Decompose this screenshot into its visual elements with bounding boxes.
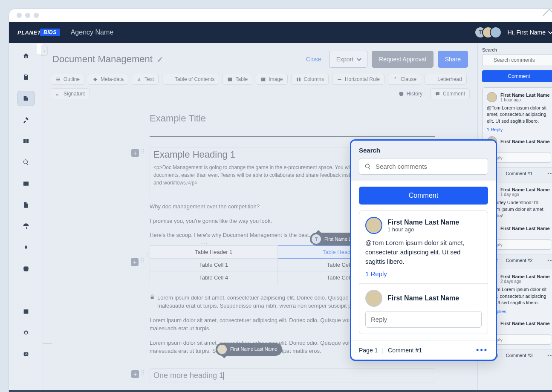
doc-title[interactable]: Example Title <box>150 113 435 124</box>
tool-letterhead[interactable]: Letterhead <box>425 74 466 85</box>
tool-outline[interactable]: Outline <box>51 74 84 85</box>
nav-search[interactable] <box>17 155 35 170</box>
browser-chrome <box>9 9 552 22</box>
more-icon[interactable]: ••• <box>476 346 488 355</box>
comment-body: @Tom Lorem ipsum dolor sit amet, consect… <box>365 238 482 266</box>
avatar <box>487 92 497 102</box>
share-button[interactable]: Share <box>438 51 468 68</box>
edit-icon[interactable] <box>157 56 163 63</box>
tool-clause[interactable]: Clause <box>388 74 421 85</box>
brand-right: BIDS <box>40 29 60 36</box>
nav-umbrella[interactable] <box>17 219 35 234</box>
agency-name: Agency Name <box>71 29 114 36</box>
reply-author: First Name Last Name <box>500 321 550 326</box>
avatar <box>365 217 382 234</box>
tool-columns[interactable]: Columns <box>291 74 329 85</box>
comment-author: First Name Last Name <box>500 187 550 192</box>
nav-contacts[interactable] <box>17 176 35 191</box>
tool-comment[interactable]: Comment <box>430 88 470 99</box>
page-header: Document Management Close Export Request… <box>43 43 477 74</box>
more-icon[interactable]: ••• <box>547 171 552 176</box>
sidebar-search-input[interactable] <box>482 54 552 66</box>
heading[interactable]: One more heading 1 <box>153 371 223 380</box>
meta-comment: Comment #2 <box>506 258 533 263</box>
tool-history[interactable]: History <box>394 88 427 99</box>
topbar: PLANET BIDS Agency Name T Hi, First Name <box>9 22 552 43</box>
page-title: Document Management <box>52 54 153 65</box>
presence-indicator: First Name Last Name <box>216 343 282 356</box>
tool-text[interactable]: Text <box>132 74 159 85</box>
export-button[interactable]: Export <box>329 51 367 68</box>
nav-settings[interactable] <box>17 325 35 340</box>
comment-author: First Name Last Name <box>387 219 459 226</box>
comment-author: First Name Last Name <box>500 274 550 279</box>
nav-save[interactable] <box>17 69 35 85</box>
request-approval-button[interactable]: Request Approval <box>372 51 434 68</box>
popup-comment-button[interactable]: Comment <box>359 187 488 205</box>
more-icon[interactable]: ••• <box>547 353 552 358</box>
editor-toolbar: Outline Meta-data Text Table of Contents… <box>43 74 477 104</box>
table-header[interactable]: Table Header 1 <box>150 245 278 258</box>
brand-logo[interactable]: PLANET BIDS <box>17 29 60 36</box>
nav-home[interactable] <box>17 48 35 63</box>
traffic-min[interactable] <box>25 13 30 18</box>
tool-metadata[interactable]: Meta-data <box>88 74 128 85</box>
user-menu[interactable]: Hi, First Name <box>508 29 552 36</box>
more-icon[interactable]: ••• <box>547 258 552 263</box>
nav-badge[interactable] <box>17 261 35 277</box>
tool-hrule[interactable]: Horizontal Rule <box>332 74 384 85</box>
block-handle[interactable]: + <box>131 258 144 266</box>
tool-toc[interactable]: Table of Contents <box>162 74 219 85</box>
nav-files[interactable] <box>17 197 35 213</box>
greeting: Hi, First Name <box>508 29 546 36</box>
comment-time: 1 day ago <box>500 192 550 197</box>
reply-author: First Name Last Name <box>500 226 550 231</box>
tool-table[interactable]: Table <box>223 74 252 85</box>
popup-search-field[interactable] <box>359 158 488 175</box>
nav-library[interactable] <box>17 133 35 149</box>
nav-vl[interactable]: VL <box>17 346 35 362</box>
reply-input[interactable] <box>365 311 482 328</box>
reply-link[interactable]: 1 Reply <box>365 270 482 277</box>
nav-reports[interactable] <box>17 282 35 298</box>
presence-stack[interactable]: T <box>479 26 502 38</box>
left-nav: › VL <box>9 43 43 390</box>
popup-search-input[interactable] <box>376 163 483 170</box>
tool-image[interactable]: Image <box>256 74 287 85</box>
block-handle[interactable]: + <box>131 149 144 157</box>
popup-comment-no: Comment #1 <box>388 347 422 354</box>
collab-cursor <box>43 343 52 343</box>
reply-author: First Name Last Name <box>387 294 459 302</box>
comment-body: @Tom Lorem ipsum dolor sit amet, consect… <box>487 105 551 124</box>
brand-left: PLANET <box>17 29 41 36</box>
table-cell[interactable]: Table Cell 1 <box>150 258 278 271</box>
nav-activity[interactable] <box>17 240 35 255</box>
popup-page: Page 1 <box>359 347 378 354</box>
nav-calendar[interactable] <box>17 304 35 319</box>
search-icon <box>364 163 371 170</box>
comment-time: 2 days ago <box>500 279 550 284</box>
close-button[interactable]: Close <box>303 56 325 63</box>
meta-comment: Comment #1 <box>506 171 533 176</box>
comment-time: 1 hour ago <box>387 226 459 233</box>
table-cell[interactable]: Table Cell 4 <box>150 271 278 284</box>
lock-icon <box>150 294 155 300</box>
reply-author: First Name Last Name <box>500 139 550 144</box>
nav-tools[interactable] <box>17 112 35 127</box>
block-handle[interactable]: + <box>131 370 144 378</box>
reply-link[interactable]: 1 Reply <box>487 127 551 132</box>
sidebar-search-label: Search <box>482 47 552 52</box>
traffic-close[interactable] <box>17 13 22 18</box>
traffic-max[interactable] <box>34 13 39 18</box>
tool-signature[interactable]: Signature <box>51 88 90 99</box>
sidebar-comment-button[interactable]: Comment <box>482 70 552 82</box>
chevron-down-icon <box>357 56 361 61</box>
nav-documents[interactable] <box>17 91 35 106</box>
comment-popup: Search Comment First Name Last <box>350 139 497 361</box>
svg-text:VL: VL <box>25 353 28 355</box>
meta-comment: Comment #3 <box>506 353 533 358</box>
browser-frame: PLANET BIDS Agency Name T Hi, First Name… <box>9 9 552 392</box>
popup-search-label: Search <box>359 147 488 154</box>
doc-hr <box>150 136 435 137</box>
avatar <box>365 290 382 307</box>
